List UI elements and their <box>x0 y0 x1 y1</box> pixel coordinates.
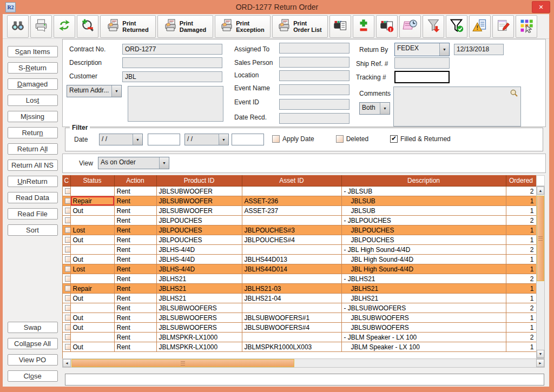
row-checkbox[interactable] <box>65 247 70 253</box>
scroll-down-icon[interactable]: ▼ <box>537 350 544 358</box>
sidebar-button[interactable]: Return All NS <box>8 160 58 171</box>
dropdown-arrow-icon[interactable]: ▼ <box>159 157 169 169</box>
table-row[interactable]: Out Rent JBLSUBWOOFERS JBLSUBWOOFERS#1 J… <box>63 313 536 323</box>
dropdown-arrow-icon[interactable]: ▼ <box>111 85 121 97</box>
return-by-combo[interactable]: FEDEX ▼ <box>394 43 450 56</box>
row-checkbox[interactable] <box>65 305 70 311</box>
col-header-description[interactable]: Description <box>341 175 506 187</box>
row-checkbox[interactable] <box>65 256 70 262</box>
table-row[interactable]: Rent JBLHS-4/4D - JBL High Sound-4/4D 2 <box>63 245 536 255</box>
scroll-right-icon[interactable]: ► <box>536 359 544 367</box>
row-checkbox[interactable] <box>65 227 70 233</box>
comments-field[interactable] <box>393 87 521 127</box>
print-action-button[interactable]: PrintOrder List <box>272 15 328 38</box>
sidebar-button[interactable]: Close <box>8 370 58 382</box>
sidebar-button[interactable]: Return <box>8 127 58 138</box>
row-checkbox[interactable] <box>65 334 70 340</box>
row-checkbox[interactable] <box>65 295 70 301</box>
zoom-in-out-button[interactable] <box>77 15 98 38</box>
sidebar-button[interactable]: View PO <box>8 354 58 366</box>
col-header-product-id[interactable]: Product ID <box>156 175 242 187</box>
filter-export-button[interactable] <box>423 15 444 38</box>
sidebar-button[interactable]: Read Data <box>8 192 58 203</box>
col-header-c[interactable]: C <box>63 175 70 187</box>
vertical-scrollbar[interactable]: ▲ ▼ <box>536 186 545 358</box>
date-recd-field[interactable] <box>279 113 349 124</box>
filter-checkbox[interactable]: Apply Date <box>272 135 314 143</box>
sidebar-button[interactable]: Return All <box>8 143 58 155</box>
table-row[interactable]: Out Rent JBLHS-4/4D JBLHS44D013 JBL High… <box>63 255 536 264</box>
find-button[interactable] <box>7 15 29 38</box>
col-header-asset-id[interactable]: Asset ID <box>242 175 341 187</box>
row-checkbox[interactable] <box>65 324 70 330</box>
sales-person-field[interactable] <box>279 57 349 68</box>
date-to-time-field[interactable] <box>232 134 264 145</box>
scroll-up-icon[interactable]: ▲ <box>537 187 544 195</box>
edit-notes-button[interactable] <box>492 15 514 38</box>
location-field[interactable] <box>279 70 349 81</box>
table-row[interactable]: Out Rent JBLHS21 JBLHS21-04 JBLHS21 1 <box>63 294 536 303</box>
filter-checkbox[interactable]: Deleted <box>336 135 368 143</box>
event-id-field[interactable] <box>279 99 349 110</box>
customer-field[interactable]: JBL <box>122 71 222 82</box>
date-to-combo[interactable]: / / ▼ <box>184 134 229 145</box>
vertical-scroll-thumb[interactable] <box>537 196 544 281</box>
checkbox-icon[interactable] <box>336 135 344 143</box>
row-checkbox[interactable] <box>65 285 70 291</box>
print-action-button[interactable]: PrintException <box>215 15 271 38</box>
view-combo[interactable]: As on Order ▼ <box>98 157 169 169</box>
description-field[interactable] <box>122 57 222 68</box>
row-checkbox[interactable] <box>65 276 70 282</box>
refresh-button[interactable] <box>54 15 75 38</box>
dropdown-arrow-icon[interactable]: ▼ <box>439 43 449 56</box>
sidebar-button[interactable]: Read File <box>8 208 58 220</box>
comments-mode-combo[interactable]: Both ▼ <box>359 102 390 115</box>
scroll-left-icon[interactable]: ◄ <box>63 359 71 367</box>
assigned-to-field[interactable] <box>279 43 349 54</box>
row-checkbox[interactable] <box>65 198 70 204</box>
row-checkbox[interactable] <box>65 237 70 243</box>
add-remove-button[interactable] <box>353 15 374 38</box>
filter-apply-button[interactable] <box>446 15 467 38</box>
row-checkbox[interactable] <box>65 315 70 321</box>
close-button[interactable]: ✕ <box>532 1 550 13</box>
row-checkbox[interactable] <box>65 217 70 223</box>
checkbox-icon[interactable] <box>390 135 398 143</box>
row-checkbox[interactable] <box>65 188 70 194</box>
search-icon[interactable] <box>510 89 518 99</box>
dropdown-arrow-icon[interactable]: ▼ <box>380 103 390 114</box>
table-row[interactable]: Rent JBLMSPKR-LX1000 - JBLM Speaker - LX… <box>63 333 536 342</box>
tracking-field[interactable] <box>394 71 450 83</box>
col-header-action[interactable]: Action <box>114 175 156 187</box>
row-checkbox[interactable] <box>65 344 70 350</box>
table-row[interactable]: Repair Rent JBLHS21 JBLHS21-03 JBLHS21 1 <box>63 284 536 294</box>
date-from-combo[interactable]: / / ▼ <box>99 134 143 145</box>
date-from-time-field[interactable] <box>148 134 180 145</box>
row-checkbox[interactable] <box>65 266 70 272</box>
table-row[interactable]: Out Rent JBLSUBWOOFERS JBLSUBWOOFERS#4 J… <box>63 323 536 333</box>
sidebar-button[interactable]: Collapse All <box>8 338 58 349</box>
filter-checkbox[interactable]: Filled & Returned <box>390 135 451 143</box>
sidebar-button[interactable]: S-Return <box>8 62 58 74</box>
table-row[interactable]: Rent JBLSUBWOOFERS - JBLSUBWOOFERS 2 <box>63 303 536 313</box>
table-row[interactable]: Lost Rent JBLPOUCHES JBLPOUCHES#3 JBLPOU… <box>63 225 536 235</box>
table-row[interactable]: Rent JBLSUBWOOFER - JBLSUB 2 <box>63 187 536 196</box>
table-row[interactable]: Out Rent JBLMSPKR-LX1000 JBLMSPKR1000LX0… <box>63 342 536 352</box>
customize-grid-button[interactable] <box>516 15 537 38</box>
table-row[interactable]: Rent JBLPOUCHES - JBLPOUCHES 2 <box>63 216 536 225</box>
col-header-status[interactable]: Status <box>70 175 114 187</box>
print-action-button[interactable]: PrintReturned <box>100 15 156 38</box>
table-row[interactable]: Repair Rent JBLSUBWOOFER ASSET-236 JBLSU… <box>63 196 536 206</box>
exception-report-button[interactable]: ! <box>469 15 491 38</box>
return-address-combo[interactable]: Return Addr... ▼ <box>67 85 122 97</box>
return-address-text[interactable] <box>128 86 223 122</box>
sidebar-button[interactable]: Lost <box>8 95 58 106</box>
sidebar-button[interactable]: UnReturn <box>8 176 58 187</box>
sidebar-button[interactable]: Sort <box>8 224 58 236</box>
sidebar-button[interactable]: Scan Items <box>8 46 58 57</box>
notes-history-button[interactable] <box>399 15 421 38</box>
sidebar-button[interactable]: Swap <box>8 322 58 333</box>
sidebar-button[interactable]: Damaged <box>8 78 58 90</box>
print-button[interactable] <box>30 15 52 38</box>
status-bar-field[interactable] <box>65 374 544 386</box>
